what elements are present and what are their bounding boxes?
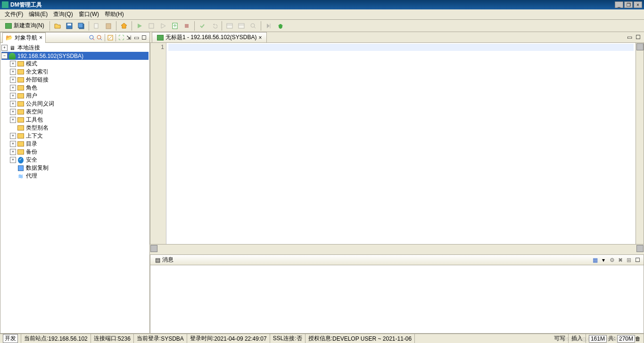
minimize-button[interactable]: _ [615,1,623,8]
edit-icon[interactable] [107,34,114,41]
collapse-icon[interactable]: − [1,53,8,59]
menu-query[interactable]: 查询(Q) [50,9,75,19]
expand-icon[interactable]: ⛶ [117,34,125,41]
tree-node[interactable]: +表空间 [1,108,149,116]
expand-icon[interactable]: + [10,77,16,83]
scroll-left-icon[interactable] [150,245,157,252]
tree-node-local[interactable]: + 🖥 本地连接 [1,44,149,52]
node-label: 外部链接 [26,76,49,84]
nav-tab[interactable]: 📂 对象导航 × [2,33,46,43]
next-icon[interactable] [263,21,274,31]
max-msg-icon[interactable]: ☐ [634,256,641,264]
tree-node[interactable]: +模式 [1,60,149,68]
expand-icon[interactable]: + [10,85,16,91]
minimize-panel-icon[interactable]: ▭ [132,34,140,41]
separator [194,21,195,31]
app-icon [2,1,8,8]
scroll-right-icon[interactable] [636,245,644,252]
cal2-icon[interactable] [236,21,247,31]
grid-icon[interactable]: ▦ [591,256,599,264]
expand-icon[interactable]: + [10,69,16,75]
copy-icon[interactable] [91,21,102,31]
commit-icon[interactable] [197,21,208,31]
saveall-icon[interactable] [75,21,87,31]
close-msg-icon[interactable]: ✖ [617,256,624,264]
tree-node[interactable]: +目录 [1,140,149,148]
open-icon[interactable] [52,21,63,31]
vertical-scrollbar[interactable] [636,43,644,244]
status-dev: 开发 [3,334,18,343]
tree-node[interactable]: +全文索引 [1,68,149,76]
sql-editor[interactable]: 1 [150,42,644,245]
tree-node[interactable]: +外部链接 [1,76,149,84]
tree-node-security[interactable]: +安全 [1,156,149,164]
dropdown-icon[interactable]: ▾ [600,256,607,264]
horizontal-scrollbar[interactable] [150,245,644,253]
menu-file[interactable]: 文件(F) [2,9,26,19]
home-icon[interactable] [118,21,130,31]
node-label: 目录 [26,140,37,148]
close-button[interactable]: × [634,1,642,8]
tree-node-agent[interactable]: ≋代理 [1,172,149,180]
message-panel: ▤ 消息 ▦ ▾ ⚙ ✖ ⊞ ☐ [150,254,644,334]
restore-button[interactable]: ❐ [624,1,633,8]
message-tab[interactable]: ▤ 消息 [152,255,176,265]
tree-node[interactable]: 类型别名 [1,124,149,132]
editor-tab[interactable]: 无标题1 - 192.168.56.102(SYSDBA) × [152,32,267,42]
scroll-up-icon[interactable] [636,43,644,50]
run-icon[interactable] [134,21,145,31]
node-label: 用户 [26,92,37,100]
expand-icon[interactable]: + [10,157,16,163]
object-tree[interactable]: + 🖥 本地连接 − 192.168.56.102(SYSDBA) +模式 +全… [0,43,149,333]
editor-textarea[interactable] [166,43,636,244]
clear-icon[interactable]: ⚙ [608,256,616,264]
tree-node-replication[interactable]: 数据复制 [1,164,149,172]
tab-close-icon[interactable]: × [258,34,262,41]
search-icon[interactable] [248,21,259,31]
message-tab-label: 消息 [162,256,173,264]
tree-node[interactable]: +备份 [1,148,149,156]
expand-icon[interactable]: + [10,149,16,155]
menu-edit[interactable]: 编辑(E) [26,9,50,19]
pin-icon[interactable]: ⊞ [625,256,633,264]
trash-icon[interactable]: 🗑 [635,335,641,342]
svg-line-20 [93,39,94,40]
debug-icon[interactable] [157,21,169,31]
expand-icon[interactable]: + [1,45,8,51]
message-header: ▤ 消息 ▦ ▾ ⚙ ✖ ⊞ ☐ [150,255,644,265]
svg-rect-1 [67,24,71,25]
export-icon[interactable] [169,21,181,31]
paste-icon[interactable] [103,21,114,31]
stop-icon[interactable] [181,21,192,31]
expand-icon[interactable]: + [10,141,16,147]
find-icon[interactable] [88,34,96,41]
menu-window[interactable]: 窗口(W) [76,9,102,19]
cal1-icon[interactable] [224,21,235,31]
save-icon[interactable] [64,21,75,31]
minimize-editor-icon[interactable]: ▭ [626,33,633,41]
nav-tab-close-icon[interactable]: × [39,34,42,41]
expand-icon[interactable]: + [10,61,16,67]
tree-node[interactable]: +角色 [1,84,149,92]
collapse-icon[interactable]: ⇲ [125,34,132,41]
tree-node-connection[interactable]: − 192.168.56.102(SYSDBA) [1,52,149,60]
tree-node[interactable]: +公共同义词 [1,100,149,108]
object-navigator-panel: 📂 对象导航 × ⛶ ⇲ ▭ ☐ + 🖥 本地连接 − 1 [0,32,150,334]
tree-node[interactable]: +用户 [1,92,149,100]
expand-icon[interactable]: + [10,93,16,99]
tree-node[interactable]: +工具包 [1,116,149,124]
new-query-button[interactable]: 新建查询(N) [2,20,48,31]
expand-icon[interactable]: + [10,101,16,107]
expand-icon[interactable]: + [10,133,16,139]
expand-icon[interactable]: + [10,117,16,123]
maximize-editor-icon[interactable]: ☐ [634,33,642,41]
run-script-icon[interactable] [146,21,157,31]
rollback-icon[interactable] [208,21,220,31]
find2-icon[interactable] [96,34,103,41]
message-body[interactable] [150,265,644,333]
max-panel-icon[interactable]: ☐ [140,34,148,41]
bug-icon[interactable] [275,21,286,31]
tree-node[interactable]: +上下文 [1,132,149,140]
menu-help[interactable]: 帮助(H) [102,9,127,19]
expand-icon[interactable]: + [10,109,16,115]
